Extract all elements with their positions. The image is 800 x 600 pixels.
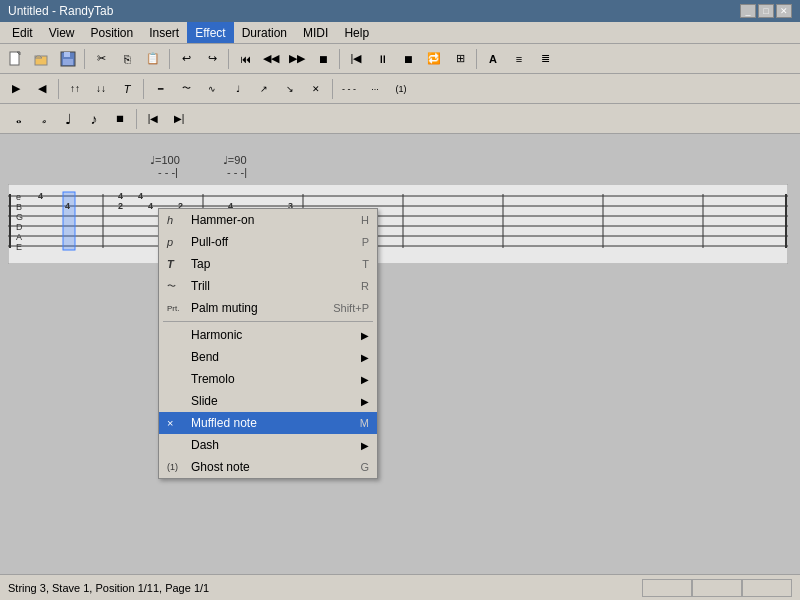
menu-edit[interactable]: Edit — [4, 22, 41, 43]
new-button[interactable] — [4, 47, 28, 71]
quarter-note-btn[interactable]: ♩ — [56, 107, 80, 131]
toolbar-sep-4 — [339, 49, 340, 69]
menu-item-harmonic[interactable]: Harmonic ▶ — [159, 324, 377, 346]
stop-button[interactable]: ⏹ — [311, 47, 335, 71]
back-arrow-btn[interactable]: ◀ — [30, 77, 54, 101]
menu-item-pull-off[interactable]: p Pull-off P — [159, 231, 377, 253]
menu-insert[interactable]: Insert — [141, 22, 187, 43]
stop3-btn[interactable]: ⏹ — [108, 107, 132, 131]
muffled-note-shortcut: M — [360, 417, 369, 429]
palm-muting-label: Palm muting — [191, 301, 333, 315]
menu-duration[interactable]: Duration — [234, 22, 295, 43]
arrow-btn[interactable]: ▶ — [4, 77, 28, 101]
minimize-button[interactable]: _ — [740, 4, 756, 18]
cut-button[interactable]: ✂ — [89, 47, 113, 71]
whole-note-btn[interactable]: 𝅝 — [4, 107, 28, 131]
title-bar-buttons: _ □ ✕ — [740, 4, 792, 18]
tempo-2: ♩=90 — [223, 154, 247, 166]
tap-shortcut: T — [362, 258, 369, 270]
tempo-dash-2: - - -| — [227, 166, 247, 178]
next-note-btn[interactable]: ▶| — [167, 107, 191, 131]
eighth-note-btn[interactable]: ♪ — [82, 107, 106, 131]
save-button[interactable] — [56, 47, 80, 71]
svg-text:e: e — [16, 192, 21, 202]
down-arrow-btn[interactable]: ↓↓ — [89, 77, 113, 101]
fingering-btn[interactable]: ♩ — [226, 77, 250, 101]
play-back-button[interactable]: ◀◀ — [259, 47, 283, 71]
svg-text:4: 4 — [148, 201, 153, 211]
svg-text:G: G — [16, 212, 23, 222]
svg-text:4: 4 — [118, 191, 123, 201]
menu-item-muffled-note[interactable]: × Muffled note M — [159, 412, 377, 434]
menu-item-bend[interactable]: Bend ▶ — [159, 346, 377, 368]
menu-item-tremolo[interactable]: Tremolo ▶ — [159, 368, 377, 390]
open-button[interactable] — [30, 47, 54, 71]
bend-up-btn[interactable]: ↗ — [252, 77, 276, 101]
trill-icon: 〜 — [167, 280, 187, 293]
tremolo-arrow-icon: ▶ — [361, 374, 369, 385]
record-button[interactable]: ⏮ — [233, 47, 257, 71]
t-letter-btn[interactable]: T — [115, 77, 139, 101]
svg-text:4: 4 — [65, 201, 70, 211]
palm-muting-icon: Prt. — [167, 304, 187, 313]
menu-item-tap[interactable]: T Tap T — [159, 253, 377, 275]
svg-text:E: E — [16, 242, 22, 252]
svg-text:4: 4 — [38, 191, 43, 201]
hammer-on-icon: h — [167, 214, 187, 226]
menu-item-trill[interactable]: 〜 Trill R — [159, 275, 377, 297]
menu-item-palm-muting[interactable]: Prt. Palm muting Shift+P — [159, 297, 377, 319]
tremolo-label: Tremolo — [191, 372, 361, 386]
menu-help[interactable]: Help — [336, 22, 377, 43]
align-btn[interactable]: ≡ — [507, 47, 531, 71]
menu-item-dash[interactable]: Dash ▶ — [159, 434, 377, 456]
half-note-btn[interactable]: 𝅗 — [30, 107, 54, 131]
svg-text:A: A — [16, 232, 22, 242]
rest-btn[interactable]: ━ — [148, 77, 172, 101]
bend-label: Bend — [191, 350, 361, 364]
pause-btn[interactable]: ⏸ — [370, 47, 394, 71]
toolbar-sep-5 — [476, 49, 477, 69]
ghost-note-shortcut: G — [360, 461, 369, 473]
menu-position[interactable]: Position — [82, 22, 141, 43]
maximize-button[interactable]: □ — [758, 4, 774, 18]
t3-sep-1 — [136, 109, 137, 129]
menu-view[interactable]: View — [41, 22, 83, 43]
up-arrow-btn[interactable]: ↑↑ — [63, 77, 87, 101]
toolbar-transport: ▶ ◀ ↑↑ ↓↓ T ━ 〜 ∿ ♩ ↗ ↘ ✕ - - - ··· (1) — [0, 74, 800, 104]
menu-sep-1 — [163, 321, 373, 322]
menu-effect[interactable]: Effect — [187, 22, 233, 43]
toolbar-sep-2 — [169, 49, 170, 69]
slide-arrow-icon: ▶ — [361, 396, 369, 407]
split-btn[interactable]: ⊞ — [448, 47, 472, 71]
bend-down-btn[interactable]: ↘ — [278, 77, 302, 101]
close-button[interactable]: ✕ — [776, 4, 792, 18]
toolbar-main: ✂ ⎘ 📋 ↩ ↪ ⏮ ◀◀ ▶▶ ⏹ |◀ ⏸ ⏹ 🔁 ⊞ A ≡ ≣ — [0, 44, 800, 74]
prev-btn[interactable]: |◀ — [344, 47, 368, 71]
ghost-btn[interactable]: (1) — [389, 77, 413, 101]
tap-label: Tap — [191, 257, 362, 271]
stop2-btn[interactable]: ⏹ — [396, 47, 420, 71]
redo-button[interactable]: ↪ — [200, 47, 224, 71]
loop-btn[interactable]: 🔁 — [422, 47, 446, 71]
menu-item-slide[interactable]: Slide ▶ — [159, 390, 377, 412]
properties-btn[interactable]: ≣ — [533, 47, 557, 71]
wave-btn[interactable]: 〜 — [174, 77, 198, 101]
wave2-btn[interactable]: ∿ — [200, 77, 224, 101]
dash-label: Dash — [191, 438, 361, 452]
prev-note-btn[interactable]: |◀ — [141, 107, 165, 131]
text-btn[interactable]: A — [481, 47, 505, 71]
paste-button[interactable]: 📋 — [141, 47, 165, 71]
dash1-btn[interactable]: - - - — [337, 77, 361, 101]
dash2-btn[interactable]: ··· — [363, 77, 387, 101]
svg-text:B: B — [16, 202, 22, 212]
undo-button[interactable]: ↩ — [174, 47, 198, 71]
play-fwd-button[interactable]: ▶▶ — [285, 47, 309, 71]
x-note-btn[interactable]: ✕ — [304, 77, 328, 101]
svg-rect-4 — [64, 52, 70, 57]
menu-item-ghost-note[interactable]: (1) Ghost note G — [159, 456, 377, 478]
ghost-note-label: Ghost note — [191, 460, 360, 474]
menu-midi[interactable]: MIDI — [295, 22, 336, 43]
trill-shortcut: R — [361, 280, 369, 292]
copy-button[interactable]: ⎘ — [115, 47, 139, 71]
menu-item-hammer-on[interactable]: h Hammer-on H — [159, 209, 377, 231]
